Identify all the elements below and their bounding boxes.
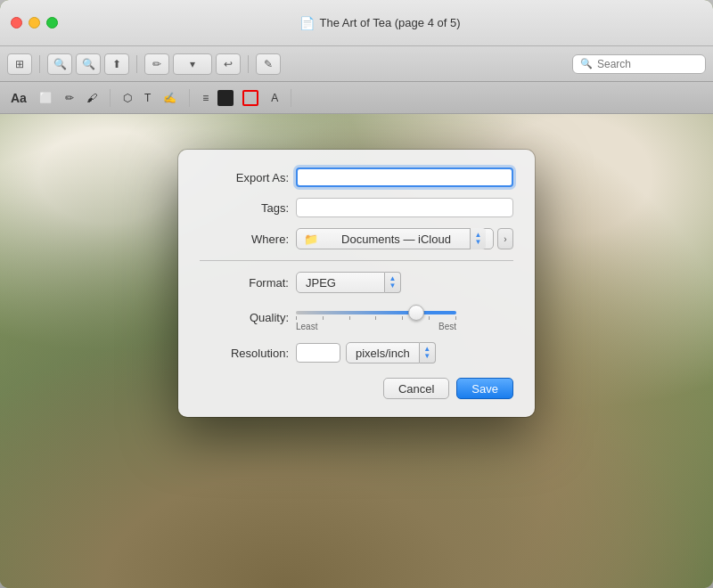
text-tool-button[interactable]: T: [141, 90, 154, 106]
toolbar-separator-3: [248, 55, 249, 73]
tick-5: [402, 316, 403, 320]
tags-input[interactable]: [296, 198, 513, 217]
toolbar-separator-2: [136, 55, 137, 73]
export-as-input[interactable]: [296, 167, 513, 187]
export-as-row: Export As:: [200, 167, 513, 187]
modal-separator: [200, 260, 513, 261]
border-button[interactable]: [239, 88, 262, 108]
pixels-arrows[interactable]: ▲ ▼: [420, 342, 436, 363]
tick-1: [296, 316, 297, 320]
zoom-in-button[interactable]: 🔍: [76, 53, 101, 75]
quality-labels: Least Best: [296, 322, 456, 331]
format-select[interactable]: JPEG: [296, 272, 385, 293]
tags-label: Tags:: [200, 201, 289, 215]
quality-best-label: Best: [438, 322, 456, 331]
pixels-select-wrapper: pixels/inch ▲ ▼: [346, 342, 436, 363]
tick-6: [429, 316, 430, 320]
quality-row: Quality:: [200, 304, 513, 331]
close-button[interactable]: [11, 17, 22, 29]
zoom-out-button[interactable]: 🔍: [47, 53, 72, 75]
format-value: JPEG: [306, 276, 336, 290]
cancel-button[interactable]: Cancel: [383, 378, 449, 399]
maximize-button[interactable]: [46, 17, 58, 29]
save-button[interactable]: Save: [456, 378, 513, 399]
search-input[interactable]: [597, 58, 698, 70]
formatbar-separator-2: [189, 89, 190, 107]
search-icon: 🔍: [580, 58, 593, 69]
quality-label: Quality:: [200, 304, 289, 324]
quality-ticks: [296, 316, 456, 320]
format-arrow-down: ▼: [389, 282, 397, 290]
annotate-dropdown-button[interactable]: ▾: [173, 53, 212, 75]
window-title: 📄 The Art of Tea (page 4 of 5): [58, 16, 702, 30]
folder-icon: 📁: [304, 233, 318, 246]
font-color-button[interactable]: A: [267, 90, 282, 106]
where-expand-button[interactable]: ›: [497, 228, 513, 249]
modal-overlay: Export As: Tags: Where: 📁 Documents — iC…: [0, 114, 713, 588]
annotate-button[interactable]: ✏: [144, 53, 169, 75]
toolbar: ⊞ 🔍 🔍 ⬆ ✏ ▾ ↩ ✎ 🔍: [0, 46, 713, 82]
where-arrows[interactable]: ▲ ▼: [470, 228, 486, 249]
formatbar-separator-1: [110, 89, 111, 107]
pixels-display[interactable]: pixels/inch: [346, 342, 420, 363]
quality-container: Least Best: [296, 304, 456, 331]
modal-buttons: Cancel Save: [200, 378, 513, 399]
share-button[interactable]: ⬆: [104, 53, 129, 75]
markup-button[interactable]: ✎: [256, 53, 281, 75]
where-arrow-down: ▼: [475, 239, 482, 246]
format-select-wrapper: JPEG ▲ ▼: [296, 272, 401, 293]
pixels-arrow-down: ▼: [423, 353, 430, 360]
main-content: Export As: Tags: Where: 📁 Documents — iC…: [0, 114, 713, 588]
tick-2: [323, 316, 324, 320]
pen-tool-button[interactable]: ✏: [61, 90, 78, 106]
format-row: Format: JPEG ▲ ▼: [200, 272, 513, 293]
traffic-lights: [11, 17, 58, 29]
export-modal: Export As: Tags: Where: 📁 Documents — iC…: [178, 150, 535, 417]
resolution-label: Resolution:: [200, 347, 289, 360]
format-bar: Aa ⬜ ✏ 🖌 ⬡ T ✍ ≡ A: [0, 82, 713, 114]
titlebar: 📄 The Art of Tea (page 4 of 5): [0, 0, 713, 46]
tags-row: Tags:: [200, 198, 513, 217]
align-button[interactable]: ≡: [199, 90, 212, 106]
format-arrows[interactable]: ▲ ▼: [385, 272, 401, 293]
tick-7: [455, 316, 456, 320]
where-container: 📁 Documents — iCloud ▲ ▼ ›: [296, 228, 513, 249]
minimize-button[interactable]: [29, 17, 40, 29]
resolution-row: Resolution: 150 pixels/inch ▲ ▼: [200, 342, 513, 363]
format-label: Format:: [200, 276, 289, 290]
rotate-button[interactable]: ↩: [216, 53, 241, 75]
quality-thumb[interactable]: [408, 305, 424, 321]
formatbar-separator-3: [291, 89, 291, 107]
where-label: Where:: [200, 233, 289, 246]
sidebar-toggle-button[interactable]: ⊞: [7, 53, 32, 75]
pixels-value: pixels/inch: [356, 347, 410, 360]
where-value: Documents — iCloud: [341, 233, 451, 246]
brush-tool-button[interactable]: 🖌: [83, 90, 101, 106]
font-size-button[interactable]: Aa: [7, 89, 30, 107]
sign-tool-button[interactable]: ✍: [160, 90, 180, 106]
where-row: Where: 📁 Documents — iCloud ▲ ▼ ›: [200, 228, 513, 249]
tick-3: [349, 316, 350, 320]
text-box-button[interactable]: ⬜: [36, 90, 56, 106]
tick-4: [375, 316, 376, 320]
quality-track: [296, 311, 456, 314]
color-fill-button[interactable]: [217, 90, 234, 106]
toolbar-separator-1: [39, 55, 40, 73]
resolution-input[interactable]: 150: [296, 343, 340, 363]
quality-least-label: Least: [296, 322, 317, 331]
document-icon: 📄: [299, 16, 315, 30]
search-box[interactable]: 🔍: [572, 54, 706, 74]
export-as-label: Export As:: [200, 171, 289, 184]
where-select[interactable]: 📁 Documents — iCloud ▲ ▼: [296, 228, 494, 249]
shape-tool-button[interactable]: ⬡: [119, 90, 135, 106]
